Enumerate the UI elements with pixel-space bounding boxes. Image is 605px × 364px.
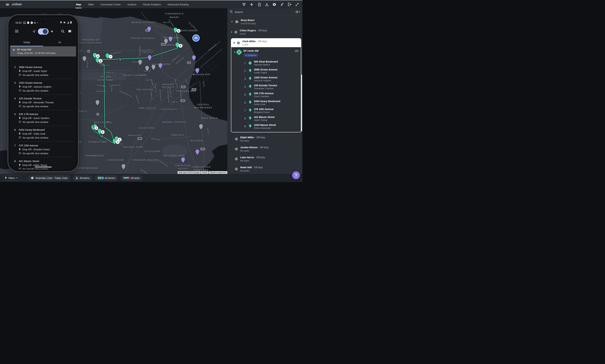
map-pin-assigned-task[interactable] [168, 36, 173, 42]
filter-chip-all-drivers[interactable]: All drivers [95, 175, 118, 181]
map-pin-assigned-task[interactable] [192, 55, 196, 61]
map-pin-assigned-task[interactable] [147, 55, 152, 61]
driver-row-chloe-rogers[interactable]: Chloe Rogers - Off-duty0 of 9 [227, 27, 302, 37]
list-view-toggle-button[interactable] [293, 8, 302, 15]
add-icon[interactable] [249, 1, 255, 7]
task-detail: Drop-Off - Sofia Cook [22, 132, 45, 135]
map-pin-assigned-task[interactable] [195, 68, 200, 74]
task-detail: Drop-Off - Brayden Evans [22, 148, 50, 151]
stop-recipient: Jackson Hughes [254, 79, 277, 82]
task-time-window: No specific time window [23, 121, 48, 123]
driver-row-noah-hall[interactable]: Noah Hall - Off-dutyNo tasks [227, 164, 302, 173]
task-time-window: No specific time window [23, 105, 48, 108]
help-button[interactable]: ? [292, 171, 300, 179]
route-stop-5[interactable]: 5535 17th AvenueGavin Sanders [231, 91, 301, 99]
chip-label: All teams [79, 177, 90, 179]
map-pin-unassigned-task[interactable] [138, 60, 143, 65]
filter-chip-yesterday-12am---today-12am[interactable]: Yesterday 12am - Today 12am [28, 175, 70, 181]
dropoff-arrow-icon [19, 70, 21, 73]
task-address: 2680 Ocean Avenue [19, 65, 42, 68]
nav-tab-map[interactable]: Map [73, 0, 84, 8]
filter-chip-all-teams[interactable]: All teams [73, 175, 92, 181]
clock-icon [31, 177, 34, 179]
avatar [235, 157, 238, 160]
map-pin-assigned-task[interactable] [181, 157, 185, 163]
route-stop-4[interactable]: 4245 Dorado TerraceAlexander Thomas [231, 83, 301, 91]
onfleet-dashboard: onfleet MapTableCommand CenterAnalyzeRou… [0, 0, 302, 182]
hub-home-marker[interactable] [192, 34, 200, 42]
dropoff-arrow-icon [19, 148, 21, 151]
task-number: 2 [14, 65, 19, 68]
map-pin-unassigned-task[interactable] [164, 39, 168, 44]
clock-icon [19, 121, 21, 123]
driver-row-jordan-nelson[interactable]: Jordan Nelson - Off-dutyNo tasks [227, 144, 302, 153]
map-pin-unassigned-task[interactable] [82, 56, 87, 62]
task-detail: Drop-Off - Aiden Young [22, 164, 47, 167]
map-attribution-link[interactable]: Report a map error [209, 171, 227, 174]
route-stop-6[interactable]: 65454 Geary BoulevardSofia Cook [231, 99, 301, 107]
export-icon[interactable] [264, 1, 270, 7]
sidebar-scrollbar[interactable] [301, 75, 302, 131]
search-icon [230, 10, 233, 14]
dropoff-arrow-icon [19, 101, 21, 104]
import-tasks-icon[interactable] [256, 1, 262, 7]
map-attribution-link[interactable]: Terms [201, 171, 209, 174]
route-stop-list: 1✓800 Sloat BoulevardHannah Nelson22680 … [231, 58, 301, 132]
filter-chip-all-tasks[interactable]: All tasks [120, 175, 143, 181]
map-pin-assigned-task[interactable] [158, 63, 163, 69]
driver-circles-icon [97, 177, 103, 179]
route-stop-2[interactable]: 22680 Ocean AvenueIsaiah Taylor [231, 67, 301, 75]
sign-out-icon[interactable] [287, 1, 292, 7]
settings-icon[interactable] [271, 1, 277, 7]
map-pin-unassigned-task[interactable] [199, 124, 203, 130]
driver-row-elijah-miller[interactable]: Elijah Miller - Off-dutyNo tasks [227, 134, 302, 143]
route-stop-8[interactable]: 8441 Mason StreetAiden Young [231, 115, 301, 122]
map-pin-assigned-task[interactable] [195, 149, 200, 155]
chevron-down-icon[interactable] [231, 21, 233, 22]
driver-row-liam-harris[interactable]: Liam Harris - Off-dutyNo tasks [227, 155, 302, 163]
route-stop-3[interactable]: 31920 Ocean AvenueJackson Hughes [231, 75, 301, 83]
nav-tab-analyze[interactable]: Analyze [124, 0, 140, 8]
integrations-icon[interactable] [279, 1, 285, 7]
task-detail: Drop-Off - Isaiah Taylor [22, 70, 47, 73]
driver-list: Busy Bears0 of 8 On DutyChloe Rogers - O… [227, 15, 302, 174]
chip-label: Yesterday 12am - Today 12am [35, 177, 68, 179]
stop-number: 8 [242, 117, 246, 120]
team-row-busy-bears[interactable]: Busy Bears0 of 8 On Duty [227, 18, 302, 26]
expand-icon[interactable] [294, 1, 300, 7]
driver-row-clark-miller[interactable]: Clark Miller - Off-duty1 of 9 [231, 39, 301, 47]
map-pin-unassigned-task[interactable] [145, 65, 149, 71]
map-pin-unassigned-task[interactable] [95, 100, 100, 106]
map-pin-assigned-task[interactable] [147, 26, 151, 32]
nav-tab-command-center[interactable]: Command Center [97, 0, 124, 8]
map-pin-unassigned-task[interactable] [151, 65, 156, 70]
calendar-icon: 31 [23, 22, 26, 24]
route-stop-1[interactable]: 1✓800 Sloat BoulevardHannah Nelson [231, 59, 301, 67]
stop-recipient: Isaiah Taylor [254, 71, 277, 74]
phone-task-7: 7376 10th AvenueDrop-Off - Brayden Evans… [10, 142, 76, 157]
nav-tab-table[interactable]: Table [84, 0, 97, 8]
driver-task-count: No tasks [240, 169, 263, 172]
route-status-badge: In progress [243, 53, 258, 57]
main-nav: MapTableCommand CenterAnalyzeRoute Analy… [69, 0, 196, 8]
topbar-actions [241, 1, 300, 7]
driver-name: Liam Harris - Off-duty [240, 156, 265, 159]
nav-tab-route-analytics[interactable]: Route Analytics [140, 0, 164, 8]
route-stop-9[interactable]: 91533 Mason StreetKhloe Alexander [231, 122, 301, 130]
chevron-down-icon[interactable] [233, 42, 235, 44]
promo-badge-icon[interactable] [241, 1, 247, 7]
search-input[interactable] [234, 10, 293, 13]
task-address: 1920 Ocean Avenue [19, 81, 42, 84]
route-stop-7[interactable]: 7376 10th AvenueBrayden Evans [231, 107, 301, 115]
nav-tab-advanced-routing[interactable]: Advanced Routing [164, 0, 192, 8]
map-pin-unassigned-task[interactable] [121, 164, 126, 170]
route-header-sf-route-am[interactable]: SF route AMIn progress1/9 [231, 47, 301, 58]
task-address: 441 Mason Street [19, 160, 39, 163]
map-attribution-text: Map data ©2024 Google [178, 171, 201, 174]
chevron-down-icon[interactable] [234, 52, 236, 53]
chevron-right-icon[interactable] [231, 31, 232, 33]
stop-pin-icon [249, 69, 251, 73]
home-icon [195, 37, 197, 39]
onfleet-logo[interactable]: onfleet [4, 3, 22, 6]
filters-button[interactable]: Filters [2, 175, 20, 181]
